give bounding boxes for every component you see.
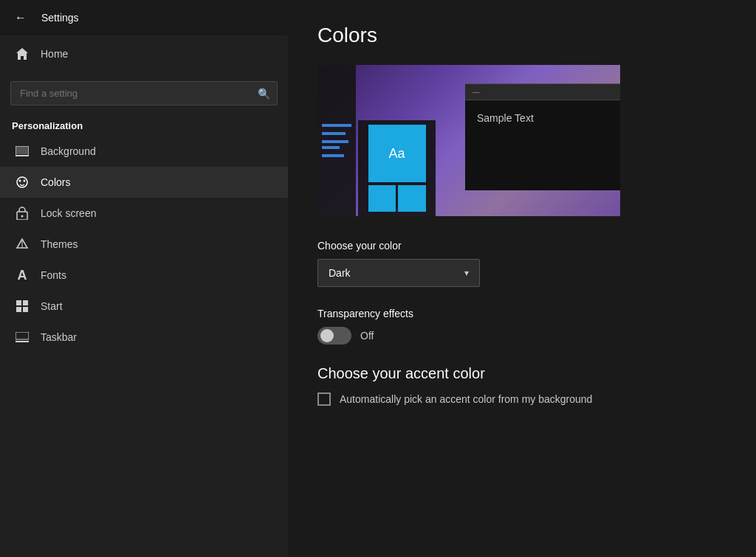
svg-rect-9	[16, 300, 21, 305]
preview-window-body: Sample Text	[465, 100, 620, 136]
sidebar-item-colors[interactable]: Colors	[0, 167, 288, 198]
transparency-toggle[interactable]	[317, 327, 351, 345]
preview-tile-grid	[368, 185, 426, 212]
transparency-label: Transparency effects	[317, 308, 726, 319]
toggle-knob	[320, 329, 334, 342]
background-label: Background	[41, 145, 96, 157]
home-label: Home	[41, 48, 68, 60]
background-icon	[14, 143, 30, 159]
sidebar-header: ← Settings	[0, 0, 288, 35]
sidebar-item-themes[interactable]: Themes	[0, 229, 288, 260]
taskbar-icon	[14, 329, 30, 345]
accent-title: Choose your accent color	[317, 365, 726, 382]
search-icon: 🔍	[258, 88, 270, 100]
color-dropdown-value: Dark	[329, 267, 351, 279]
preview-tile-sm-2	[398, 185, 426, 212]
app-title: Settings	[41, 12, 79, 24]
accent-color-group: Choose your accent color Automatically p…	[317, 365, 726, 406]
back-button[interactable]: ←	[12, 8, 30, 27]
sidebar-item-home[interactable]: Home	[0, 35, 288, 72]
start-icon	[14, 298, 30, 314]
home-icon	[14, 46, 30, 62]
sidebar-item-taskbar[interactable]: Taskbar	[0, 322, 288, 353]
choose-color-label: Choose your color	[317, 240, 726, 252]
page-title: Colors	[317, 24, 726, 47]
themes-icon	[14, 236, 30, 252]
preview-tile-aa: Aa	[368, 125, 426, 182]
lock-screen-label: Lock screen	[41, 207, 96, 219]
preview-tile-sm-1	[368, 185, 396, 212]
svg-rect-2	[16, 155, 29, 156]
svg-point-5	[24, 180, 26, 182]
svg-rect-1	[16, 147, 28, 154]
fonts-icon: A	[14, 267, 30, 283]
preview-taskbar-line-5	[322, 154, 344, 157]
preview-area: Aa — Sample Text	[317, 65, 620, 216]
sidebar-item-fonts[interactable]: A Fonts	[0, 260, 288, 291]
auto-accent-row: Automatically pick an accent color from …	[317, 392, 726, 406]
preview-taskbar-line-1	[322, 124, 351, 127]
transparency-toggle-row: Off	[317, 327, 726, 345]
transparency-toggle-state: Off	[360, 330, 374, 342]
fonts-label: Fonts	[41, 269, 66, 281]
preview-taskbar-line-2	[322, 132, 346, 135]
svg-point-4	[19, 180, 21, 182]
sidebar-item-start[interactable]: Start	[0, 291, 288, 322]
preview-taskbar-line-3	[322, 140, 348, 143]
sidebar-item-background[interactable]: Background	[0, 136, 288, 167]
colors-label: Colors	[41, 176, 70, 188]
choose-color-group: Choose your color Dark ▾	[317, 240, 726, 287]
search-input[interactable]	[10, 81, 278, 105]
svg-rect-10	[23, 300, 28, 305]
colors-icon	[14, 174, 30, 190]
transparency-group: Transparency effects Off	[317, 308, 726, 345]
themes-label: Themes	[41, 238, 78, 250]
sidebar: ← Settings Home 🔍 Personalization Backgr…	[0, 0, 288, 557]
preview-start-menu: Aa	[358, 120, 436, 216]
preview-window: — Sample Text	[465, 83, 620, 190]
section-label: Personalization	[0, 114, 288, 136]
chevron-down-icon: ▾	[464, 268, 469, 278]
taskbar-label: Taskbar	[41, 331, 77, 343]
color-dropdown[interactable]: Dark ▾	[317, 259, 480, 287]
search-box: 🔍	[10, 81, 278, 105]
main-content: Colors Aa — Sample Text	[288, 0, 756, 557]
svg-rect-11	[16, 307, 21, 312]
preview-taskbar-line-4	[322, 146, 340, 149]
start-label: Start	[41, 300, 63, 312]
svg-rect-12	[23, 307, 28, 312]
svg-point-7	[21, 215, 24, 218]
auto-accent-label: Automatically pick an accent color from …	[340, 393, 592, 405]
preview-sample-text: Sample Text	[477, 112, 534, 124]
lock-screen-icon	[14, 205, 30, 221]
preview-taskbar	[317, 65, 356, 216]
svg-rect-13	[16, 332, 29, 339]
preview-window-title-bar: —	[465, 84, 620, 100]
auto-accent-checkbox[interactable]	[317, 392, 331, 406]
sidebar-item-lock-screen[interactable]: Lock screen	[0, 198, 288, 229]
svg-rect-14	[16, 341, 29, 342]
preview-window-title-text: —	[472, 88, 480, 96]
